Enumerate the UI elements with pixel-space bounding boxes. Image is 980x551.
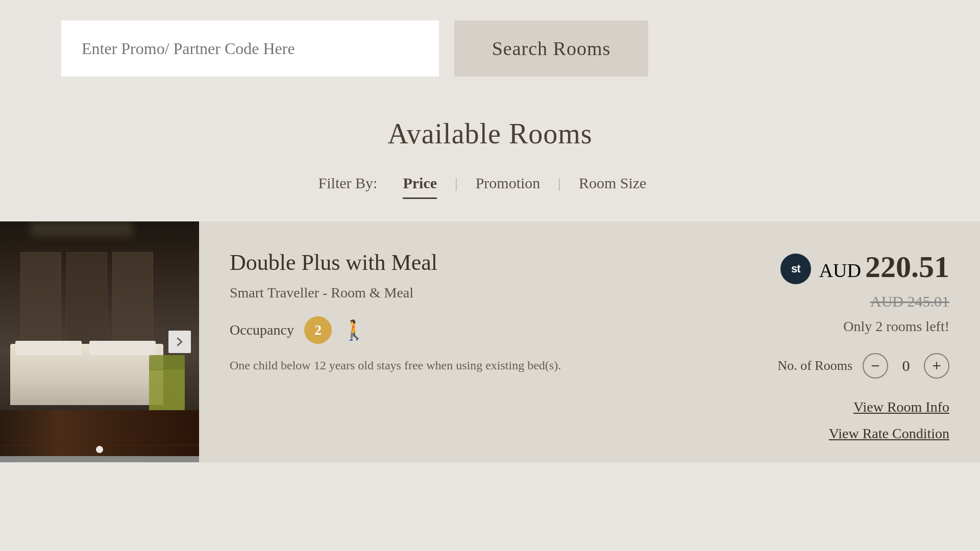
room-image-container bbox=[0, 221, 199, 462]
price-original: AUD 245.01 bbox=[870, 293, 949, 310]
room-name: Double Plus with Meal bbox=[230, 249, 726, 276]
occupancy-badge: 2 bbox=[304, 316, 332, 344]
filter-divider-2: | bbox=[555, 175, 564, 191]
room-subtitle: Smart Traveller - Room & Meal bbox=[230, 285, 726, 301]
filter-bar: Filter By: Price | Promotion | Room Size bbox=[0, 170, 980, 196]
st-badge-icon: st bbox=[780, 254, 811, 284]
filter-label: Filter By: bbox=[318, 174, 378, 192]
top-bar: Search Rooms bbox=[0, 0, 980, 97]
increment-rooms-button[interactable]: + bbox=[924, 353, 949, 379]
chevron-right-icon bbox=[175, 337, 184, 346]
room-pricing: st AUD 220.51 AUD 245.01 Only 2 rooms le… bbox=[757, 221, 980, 462]
rooms-count-value: 0 bbox=[898, 357, 914, 374]
available-rooms-section: Available Rooms Filter By: Price | Promo… bbox=[0, 97, 980, 462]
rooms-counter: No. of Rooms − 0 + bbox=[777, 353, 949, 379]
view-rate-condition-link[interactable]: View Rate Condition bbox=[829, 425, 949, 442]
filter-divider-1: | bbox=[452, 175, 460, 191]
smart-traveller-badge: st AUD 220.51 bbox=[780, 249, 949, 288]
rooms-counter-label: No. of Rooms bbox=[777, 358, 852, 373]
room-note: One child below 12 years old stays free … bbox=[230, 356, 726, 374]
filter-promotion[interactable]: Promotion bbox=[460, 170, 556, 196]
room-card: Double Plus with Meal Smart Traveller - … bbox=[0, 221, 980, 462]
price-currency: AUD bbox=[819, 259, 861, 282]
search-rooms-button[interactable]: Search Rooms bbox=[454, 20, 648, 77]
decrement-rooms-button[interactable]: − bbox=[863, 353, 888, 379]
price-row: AUD 220.51 bbox=[819, 249, 949, 285]
occupancy-label: Occupancy bbox=[230, 322, 294, 338]
room-next-arrow[interactable] bbox=[168, 331, 191, 353]
person-icon: 🚶 bbox=[342, 319, 366, 341]
rooms-left: Only 2 rooms left! bbox=[843, 318, 949, 335]
promo-input[interactable] bbox=[61, 20, 439, 77]
available-rooms-title: Available Rooms bbox=[0, 117, 980, 150]
filter-room-size[interactable]: Room Size bbox=[564, 170, 662, 196]
filter-price[interactable]: Price bbox=[387, 170, 452, 196]
price-main: 220.51 bbox=[865, 249, 949, 285]
view-room-info-link[interactable]: View Room Info bbox=[853, 399, 949, 415]
occupancy-row: Occupancy 2 🚶 bbox=[230, 316, 726, 344]
slide-dot bbox=[96, 446, 103, 453]
room-details: Double Plus with Meal Smart Traveller - … bbox=[199, 221, 757, 462]
